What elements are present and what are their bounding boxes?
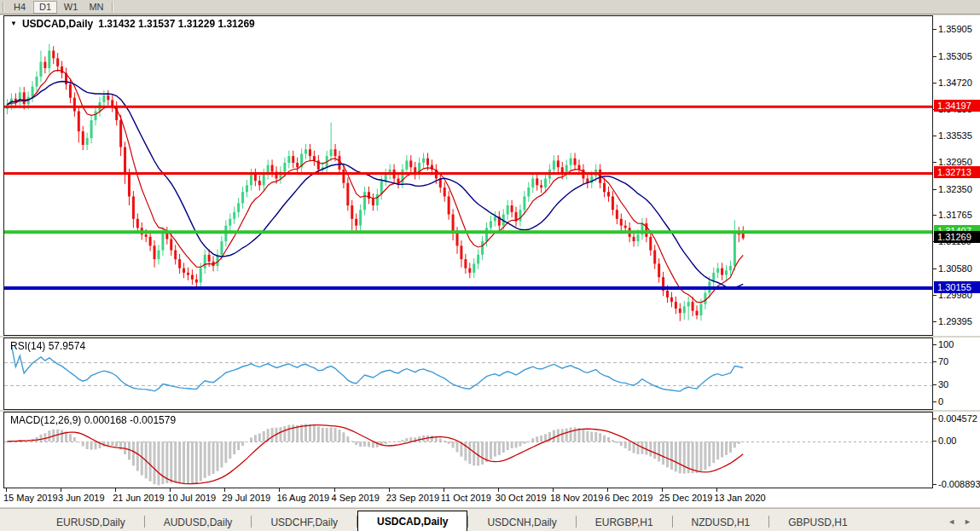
date-tick-mark <box>607 488 608 492</box>
date-tick-label: 25 Dec 2019 <box>659 493 712 503</box>
toolbar-separator <box>3 2 4 13</box>
date-tick-label: 10 Jul 2019 <box>167 493 216 503</box>
date-tick-label: 16 Aug 2019 <box>276 493 329 503</box>
rsi-label: RSI(14) 57.9574 <box>10 340 85 352</box>
support-line-blue-badge: 1.30155 <box>934 281 980 293</box>
date-tick-mark <box>389 488 390 492</box>
date-tick-mark <box>444 488 444 492</box>
date-tick-label: 6 Dec 2019 <box>605 493 652 503</box>
date-tick-mark <box>334 488 335 492</box>
date-tick-label: 3 Jun 2019 <box>58 493 104 503</box>
price-chart-canvas[interactable] <box>4 16 932 335</box>
date-tick-label: 21 Jun 2019 <box>113 493 165 503</box>
price-tick-label: 100 <box>938 340 954 349</box>
price-tick-label: 1.29395 <box>938 317 972 326</box>
price-tick-label: 70 <box>938 357 948 367</box>
date-tick-mark <box>61 488 61 492</box>
price-tick-label: 30 <box>938 380 948 390</box>
date-tick-label: 23 Sep 2019 <box>386 493 439 503</box>
chart-tab-gbpusd[interactable]: GBPUSD,H1 <box>769 513 866 531</box>
chart-symbol-label: USDCAD,Daily <box>22 18 93 30</box>
price-chart-pane: ▼ USDCAD,Daily 1.31432 1.31537 1.31229 1… <box>0 15 980 336</box>
chart-tab-eurusd[interactable]: EURUSD,Daily <box>38 513 144 531</box>
date-tick-label: 4 Sep 2019 <box>332 493 380 503</box>
date-tick-mark <box>115 488 116 492</box>
date-tick-mark <box>170 488 171 492</box>
date-tick-label: 15 May 2019 <box>3 493 58 503</box>
chart-tab-audusd[interactable]: AUDUSD,Daily <box>145 513 252 531</box>
collapse-triangle-icon[interactable]: ▼ <box>10 20 17 27</box>
date-tick-label: 29 Jul 2019 <box>222 493 270 503</box>
resistance-line-1-badge: 1.34197 <box>934 100 980 112</box>
date-tick-label: 30 Oct 2019 <box>496 493 547 503</box>
date-axis: 15 May 20193 Jun 201921 Jun 201910 Jul 2… <box>0 488 980 507</box>
chart-title: ▼ USDCAD,Daily 1.31432 1.31537 1.31229 1… <box>10 18 255 30</box>
price-tick-label: 1.30580 <box>938 264 972 274</box>
chart-tab-nzdusd[interactable]: NZDUSD,H1 <box>673 513 769 531</box>
date-tick-label: 11 Oct 2019 <box>441 493 491 503</box>
timeframe-button-h4[interactable]: H4 <box>8 1 32 14</box>
price-tick-label: 1.34720 <box>938 78 972 88</box>
price-tick-label: 1.31765 <box>938 211 972 220</box>
price-tick-label: -0.008893 <box>938 480 980 489</box>
price-tick-label: 0.00 <box>938 436 956 446</box>
price-tick-label: 0.004572 <box>938 414 977 424</box>
price-tick-label: 0 <box>938 397 943 407</box>
chart-ohlc-values: 1.31432 1.31537 1.31229 1.31269 <box>98 18 255 30</box>
date-tick-mark <box>498 488 499 492</box>
tab-scroll-right-icon[interactable]: ► <box>964 517 971 526</box>
timeframe-button-d1[interactable]: D1 <box>33 1 57 14</box>
date-tick-label: 13 Jan 2020 <box>714 493 766 503</box>
date-tick-mark <box>716 488 717 492</box>
date-tick-mark <box>6 488 7 492</box>
price-tick-label: 1.32950 <box>938 158 972 167</box>
price-tick-label: 1.33535 <box>938 131 972 141</box>
chart-workspace: ▼ USDCAD,Daily 1.31432 1.31537 1.31229 1… <box>0 14 980 508</box>
tab-scroll-left-icon[interactable]: ◄ <box>948 517 955 526</box>
tab-scroll-nav: ◄ ► <box>948 517 980 531</box>
resistance-line-2-badge: 1.32713 <box>934 166 980 178</box>
date-tick-mark <box>662 488 663 492</box>
current-price-badge: 1.31269 <box>934 231 980 243</box>
trading-terminal: H4D1W1MN ▼ USDCAD,Daily 1.31432 1.31537 … <box>0 0 980 531</box>
chart-tab-usdcnh[interactable]: USDCNH,Daily <box>468 513 575 531</box>
price-tick-label: 1.32350 <box>938 185 972 194</box>
price-tick-label: 1.35305 <box>938 52 972 61</box>
macd-label: MACD(12,26,9) 0.000168 -0.001579 <box>10 414 176 426</box>
price-tick-label: 1.35905 <box>938 25 972 34</box>
date-tick-mark <box>224 488 225 492</box>
rsi-plot-frame <box>3 338 933 410</box>
timeframe-button-mn[interactable]: MN <box>84 1 108 14</box>
toolbar-separator <box>112 2 113 13</box>
macd-indicator-pane: MACD(12,26,9) 0.000168 -0.001579 0.00457… <box>0 412 980 488</box>
timeframe-button-w1[interactable]: W1 <box>59 1 83 14</box>
timeframe-toolbar: H4D1W1MN <box>0 0 980 14</box>
rsi-canvas[interactable] <box>4 338 932 409</box>
chart-tab-bar: EURUSD,DailyAUDUSD,DailyUSDCHF,DailyUSDC… <box>0 508 980 531</box>
date-tick-mark <box>553 488 554 492</box>
chart-tab-usdcad[interactable]: USDCAD,Daily <box>357 511 467 531</box>
chart-tab-usdchf[interactable]: USDCHF,Daily <box>252 513 357 531</box>
date-tick-label: 18 Nov 2019 <box>550 493 603 503</box>
rsi-indicator-pane: RSI(14) 57.9574 10070300 <box>0 338 980 410</box>
date-tick-mark <box>279 488 280 492</box>
chart-tab-eurgbp[interactable]: EURGBP,H1 <box>577 513 672 531</box>
price-plot-frame <box>3 15 933 336</box>
